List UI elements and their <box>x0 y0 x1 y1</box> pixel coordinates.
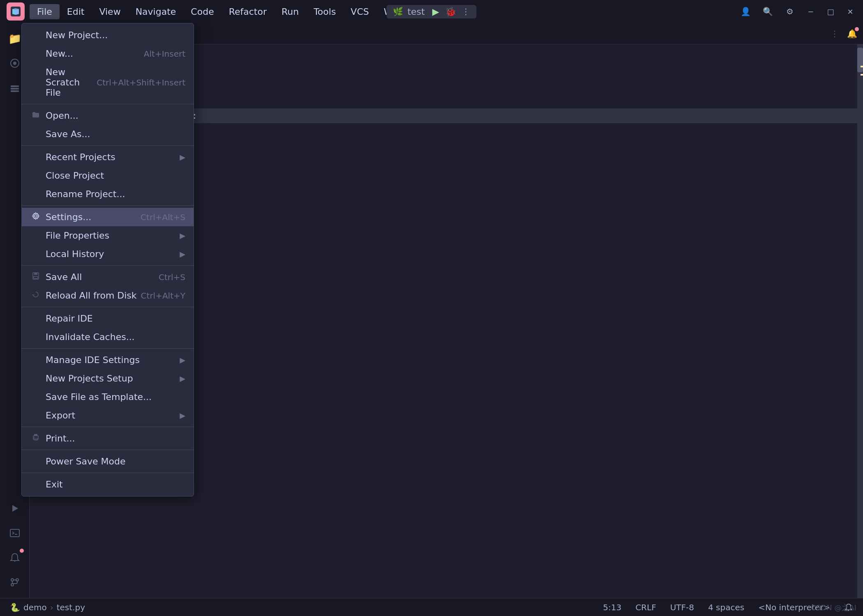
local-history-label: Local History <box>46 249 172 259</box>
separator-9 <box>22 473 194 473</box>
menu-reload-all[interactable]: Reload All from Disk Ctrl+Alt+Y <box>22 286 194 305</box>
settings-menu-icon <box>30 212 42 222</box>
reload-all-shortcut: Ctrl+Alt+Y <box>141 291 185 301</box>
separator-7 <box>22 427 194 427</box>
menu-view[interactable]: View <box>92 4 128 19</box>
menu-edit[interactable]: Edit <box>60 4 92 19</box>
menu-repair-ide[interactable]: Repair IDE <box>22 309 194 328</box>
menu-settings[interactable]: Settings... Ctrl+Alt+S <box>22 208 194 226</box>
settings-shortcut: Ctrl+Alt+S <box>141 212 185 222</box>
menu-run[interactable]: Run <box>274 4 306 19</box>
new-projects-setup-arrow: ▶ <box>180 374 185 383</box>
menu-manage-ide[interactable]: Manage IDE Settings ▶ <box>22 351 194 369</box>
menu-new-projects-setup[interactable]: New Projects Setup ▶ <box>22 369 194 388</box>
open-label: Open... <box>46 110 185 121</box>
menu-vcs[interactable]: VCS <box>343 4 376 19</box>
repair-ide-label: Repair IDE <box>46 313 185 324</box>
svg-rect-16 <box>34 273 37 275</box>
titlebar-center-info: 🌿 test ▶ 🐞 ⋮ <box>386 5 476 18</box>
file-properties-arrow: ▶ <box>180 231 185 240</box>
new-scratch-label: New Scratch File <box>46 67 92 98</box>
open-folder-icon <box>30 110 42 121</box>
local-history-arrow: ▶ <box>180 250 185 258</box>
menu-recent-projects[interactable]: Recent Projects ▶ <box>22 148 194 166</box>
recent-projects-arrow: ▶ <box>180 153 185 161</box>
save-as-label: Save As... <box>46 129 185 139</box>
maximize-button[interactable]: □ <box>824 5 837 18</box>
close-project-label: Close Project <box>46 170 185 181</box>
debug-button[interactable]: 🐞 <box>445 7 456 17</box>
menu-save-all[interactable]: Save All Ctrl+S <box>22 268 194 286</box>
menu-local-history[interactable]: Local History ▶ <box>22 245 194 263</box>
titlebar-right: 👤 🔍 ⚙ ─ □ ✕ <box>738 4 856 19</box>
separator-3 <box>22 205 194 206</box>
separator-2 <box>22 145 194 146</box>
menu-exit[interactable]: Exit <box>22 475 194 494</box>
svg-point-21 <box>34 437 35 438</box>
file-properties-label: File Properties <box>46 230 172 241</box>
save-all-shortcut: Ctrl+S <box>159 272 185 282</box>
new-projects-setup-label: New Projects Setup <box>46 373 172 384</box>
save-all-label: Save All <box>46 272 155 282</box>
separator-8 <box>22 450 194 450</box>
new-shortcut: Alt+Insert <box>144 49 185 59</box>
print-label: Print... <box>46 433 185 444</box>
save-template-label: Save File as Template... <box>46 392 185 402</box>
rename-project-label: Rename Project... <box>46 189 185 199</box>
menu-print[interactable]: Print... <box>22 429 194 448</box>
separator-4 <box>22 265 194 266</box>
menu-save-template[interactable]: Save File as Template... <box>22 388 194 406</box>
new-project-label: New Project... <box>46 30 185 40</box>
separator-5 <box>22 307 194 307</box>
more-run-options[interactable]: ⋮ <box>462 7 470 16</box>
save-all-icon <box>30 272 42 282</box>
branch-icon: 🌿 <box>393 7 403 16</box>
menu-new[interactable]: New... Alt+Insert <box>22 44 194 63</box>
export-label: Export <box>46 410 172 421</box>
menu-save-as[interactable]: Save As... <box>22 125 194 143</box>
reload-all-label: Reload All from Disk <box>46 290 137 301</box>
print-icon <box>30 433 42 444</box>
recent-projects-label: Recent Projects <box>46 152 172 162</box>
titlebar: File Edit View Navigate Code Refactor Ru… <box>0 0 863 23</box>
dropdown-overlay: New Project... New... Alt+Insert New Scr… <box>0 23 863 616</box>
menu-close-project[interactable]: Close Project <box>22 166 194 185</box>
manage-ide-label: Manage IDE Settings <box>46 355 172 365</box>
menu-code[interactable]: Code <box>183 4 221 19</box>
menu-refactor[interactable]: Refactor <box>222 4 274 19</box>
svg-rect-17 <box>34 276 38 278</box>
file-dropdown-menu: New Project... New... Alt+Insert New Scr… <box>21 23 194 496</box>
menu-power-save[interactable]: Power Save Mode <box>22 452 194 471</box>
search-everywhere-icon[interactable]: 🔍 <box>760 4 775 19</box>
menu-navigate[interactable]: Navigate <box>128 4 184 19</box>
branch-name: test <box>407 7 425 17</box>
close-button[interactable]: ✕ <box>844 5 856 18</box>
menu-tools[interactable]: Tools <box>306 4 343 19</box>
settings-icon[interactable]: ⚙ <box>782 4 797 19</box>
invalidate-caches-label: Invalidate Caches... <box>46 332 185 342</box>
menu-bar: File Edit View Navigate Code Refactor Ru… <box>30 4 738 19</box>
svg-point-14 <box>35 215 37 217</box>
user-icon[interactable]: 👤 <box>738 4 753 19</box>
new-scratch-shortcut: Ctrl+Alt+Shift+Insert <box>97 78 185 87</box>
power-save-label: Power Save Mode <box>46 456 185 467</box>
menu-export[interactable]: Export ▶ <box>22 406 194 425</box>
settings-label: Settings... <box>46 212 136 222</box>
menu-file-properties[interactable]: File Properties ▶ <box>22 226 194 245</box>
exit-label: Exit <box>46 479 185 490</box>
run-button[interactable]: ▶ <box>432 7 439 17</box>
menu-file[interactable]: File <box>30 4 60 19</box>
menu-new-project[interactable]: New Project... <box>22 26 194 44</box>
menu-rename-project[interactable]: Rename Project... <box>22 185 194 203</box>
svg-rect-19 <box>34 434 37 436</box>
separator-1 <box>22 104 194 104</box>
reload-all-icon <box>30 290 42 301</box>
menu-open[interactable]: Open... <box>22 106 194 125</box>
menu-new-scratch[interactable]: New Scratch File Ctrl+Alt+Shift+Insert <box>22 63 194 102</box>
minimize-button[interactable]: ─ <box>805 5 817 18</box>
separator-6 <box>22 348 194 349</box>
manage-ide-arrow: ▶ <box>180 356 185 364</box>
app-logo <box>7 2 25 21</box>
menu-invalidate-caches[interactable]: Invalidate Caches... <box>22 328 194 346</box>
new-label: New... <box>46 48 140 59</box>
